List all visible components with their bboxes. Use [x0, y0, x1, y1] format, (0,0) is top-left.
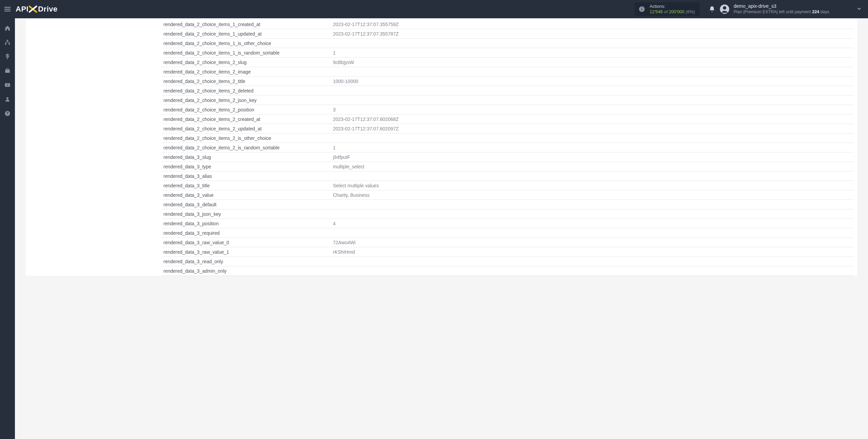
table-row: rendered_data_2_choice_items_1_is_random… [161, 48, 854, 58]
field-key: rendered_data_2_choice_items_2_deleted [161, 86, 331, 96]
field-value: 1 [331, 143, 854, 152]
table-row: rendered_data_2_choice_items_2_slug9cBbj… [161, 58, 854, 67]
actions-label: Actions: [650, 4, 695, 9]
sidebar-item-help[interactable] [0, 106, 15, 121]
field-value: 72Awo4Wi [331, 238, 854, 247]
account-menu[interactable]: demo_apix-drive_s3 Plan |Premium EXTRA| … [719, 3, 868, 15]
menu-toggle-button[interactable] [0, 0, 15, 18]
field-value: 2023-02-17T12:37:07.602097Z [331, 124, 854, 133]
account-name: demo_apix-drive_s3 [734, 3, 829, 9]
dollar-icon [4, 54, 11, 60]
sidebar-item-connections[interactable] [0, 35, 15, 49]
table-row: rendered_data_2_choice_items_1_updated_a… [161, 29, 854, 39]
field-key: rendered_data_3_raw_value_1 [161, 247, 331, 257]
field-value [331, 133, 854, 143]
field-value [331, 171, 854, 181]
youtube-icon [4, 82, 11, 88]
table-row: rendered_data_2_choice_items_2_json_key [161, 96, 854, 105]
notifications-button[interactable] [705, 0, 719, 18]
field-key: rendered_data_3_required [161, 228, 331, 238]
svg-rect-5 [642, 7, 642, 8]
field-value: 1000-10000 [331, 77, 854, 86]
briefcase-icon [4, 68, 11, 74]
field-key: rendered_data_3_slug [161, 152, 331, 162]
svg-rect-8 [7, 40, 8, 41]
field-key: rendered_data_3_raw_value_0 [161, 238, 331, 247]
field-value [331, 257, 854, 266]
svg-rect-10 [8, 43, 10, 45]
field-value [331, 228, 854, 238]
account-plan-line: Plan |Premium EXTRA| left until payment … [734, 9, 829, 15]
table-row: rendered_data_2_choice_items_2_created_a… [161, 114, 854, 124]
field-key: rendered_data_2_choice_items_1_is_random… [161, 48, 331, 58]
sidebar [0, 18, 15, 439]
field-key: rendered_data_2_choice_items_1_created_a… [161, 20, 331, 29]
actions-numbers: 12'546 of 200'000 (6%) [650, 9, 695, 15]
field-key: rendered_data_2_choice_items_2_created_a… [161, 114, 331, 124]
sidebar-item-video[interactable] [0, 78, 15, 92]
svg-rect-9 [5, 43, 7, 45]
sidebar-item-billing[interactable] [0, 49, 15, 64]
field-value: 3 [331, 105, 854, 114]
field-value: rKShIHmd [331, 247, 854, 257]
table-row: rendered_data_3_titleSelect multiple val… [161, 181, 854, 190]
field-key: rendered_data_2_choice_items_2_title [161, 77, 331, 86]
field-key: rendered_data_2_choice_items_2_is_random… [161, 143, 331, 152]
table-row: rendered_data_2_choice_items_2_updated_a… [161, 124, 854, 133]
field-key: rendered_data_2_choice_items_2_position [161, 105, 331, 114]
field-value: Charity, Business [331, 190, 854, 200]
app-logo[interactable]: API Drive [16, 5, 58, 14]
table-row: rendered_data_3_required [161, 228, 854, 238]
field-value: 1 [331, 48, 854, 58]
sidebar-item-home[interactable] [0, 21, 15, 35]
field-value: 2023-02-17T12:37:07.355787Z [331, 29, 854, 39]
field-value [331, 209, 854, 219]
info-icon [637, 4, 647, 14]
table-row: rendered_data_3_admin_only [161, 266, 854, 276]
field-value: 9cBbjysW [331, 58, 854, 67]
svg-point-7 [723, 6, 726, 9]
table-row: rendered_data_2_choice_items_2_title1000… [161, 77, 854, 86]
table-row: rendered_data_3_read_only [161, 257, 854, 266]
topbar: API Drive Actions: 12'546 of 200'000 (6%… [0, 0, 868, 18]
field-key: rendered_data_3_admin_only [161, 266, 331, 276]
user-icon [4, 96, 11, 102]
field-value [331, 96, 854, 105]
field-value: multiple_select [331, 162, 854, 171]
avatar-icon [719, 4, 730, 14]
table-row: rendered_data_3_valueCharity, Business [161, 190, 854, 200]
table-row: rendered_data_3_position4 [161, 219, 854, 228]
field-key: rendered_data_3_read_only [161, 257, 331, 266]
field-key: rendered_data_3_position [161, 219, 331, 228]
field-key: rendered_data_2_choice_items_2_is_other_… [161, 133, 331, 143]
svg-point-13 [6, 97, 8, 99]
table-row: rendered_data_2_choice_items_2_image [161, 67, 854, 77]
hamburger-icon [4, 5, 11, 13]
table-row: rendered_data_3_raw_value_072Awo4Wi [161, 238, 854, 247]
table-row: rendered_data_3_json_key [161, 209, 854, 219]
home-icon [4, 25, 11, 31]
svg-rect-4 [642, 8, 642, 11]
svg-rect-11 [5, 69, 10, 73]
table-row: rendered_data_3_raw_value_1rKShIHmd [161, 247, 854, 257]
field-key: rendered_data_3_value [161, 190, 331, 200]
field-key: rendered_data_2_choice_items_1_is_other_… [161, 39, 331, 48]
chevron-down-icon [856, 6, 862, 13]
field-key: rendered_data_2_choice_items_2_image [161, 67, 331, 77]
field-key: rendered_data_2_choice_items_2_slug [161, 58, 331, 67]
field-key: rendered_data_3_json_key [161, 209, 331, 219]
field-value [331, 39, 854, 48]
table-row: rendered_data_2_choice_items_2_deleted [161, 86, 854, 96]
field-value: Select multiple values [331, 181, 854, 190]
actions-counter[interactable]: Actions: 12'546 of 200'000 (6%) [635, 2, 700, 16]
field-value [331, 266, 854, 276]
table-row: rendered_data_2_choice_items_1_is_other_… [161, 39, 854, 48]
table-row: rendered_data_2_choice_items_2_position3 [161, 105, 854, 114]
field-key: rendered_data_2_choice_items_2_updated_a… [161, 124, 331, 133]
sidebar-item-profile[interactable] [0, 92, 15, 106]
sidebar-item-work[interactable] [0, 64, 15, 78]
field-value [331, 67, 854, 77]
field-value [331, 200, 854, 209]
bell-icon [709, 6, 715, 13]
page-scroll-area[interactable]: rendered_data_2_choice_items_1_created_a… [15, 18, 868, 439]
